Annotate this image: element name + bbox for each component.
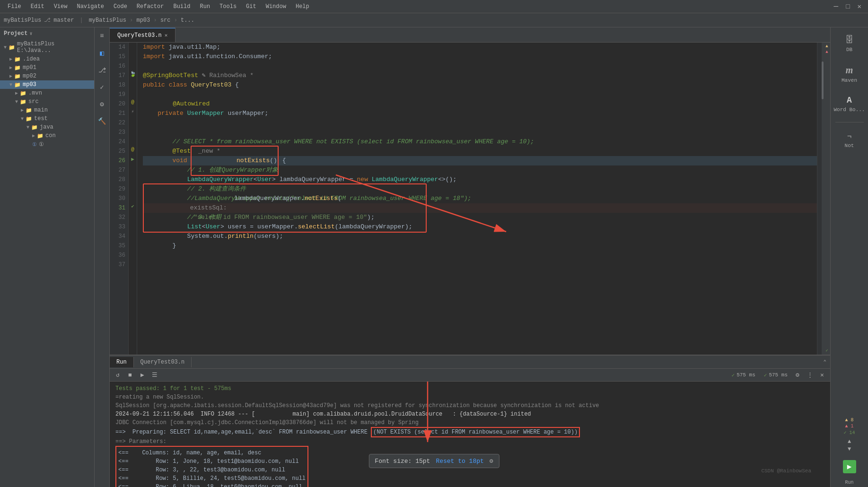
menu-build[interactable]: Build	[169, 2, 194, 11]
menu-code[interactable]: Code	[110, 2, 131, 11]
error-count: ▲ 1	[845, 424, 853, 429]
close-button[interactable]: ✕	[855, 2, 864, 10]
services-button[interactable]: ⚙	[96, 97, 109, 111]
log-druid: 2024-09-21 12:11:56.046 INFO 12468 --- […	[115, 410, 824, 418]
rerun-button[interactable]: ▶	[137, 370, 148, 380]
menu-navigate[interactable]: Navigate	[73, 2, 108, 11]
menu-window[interactable]: Window	[262, 2, 290, 11]
menu-view[interactable]: View	[50, 2, 71, 11]
not-label: Not	[845, 143, 854, 148]
code-line-34: System.out.println(users);	[143, 232, 817, 241]
menu-refactor[interactable]: Refactor	[133, 2, 168, 11]
sidebar-item-java[interactable]: ▼ 📁 java	[0, 123, 94, 131]
breadcrumb-project[interactable]: myBatisPlus	[89, 17, 126, 24]
sidebar-item-mp03[interactable]: ▼ 📁 mp03	[0, 80, 94, 89]
structure-button[interactable]: ≡	[96, 29, 109, 43]
breadcrumb-src[interactable]: src	[160, 17, 171, 24]
tab-close-icon[interactable]: ✕	[165, 32, 168, 38]
db-icon: 🗄	[845, 35, 854, 45]
expand-arrow-mp02: ▶	[9, 73, 12, 79]
sidebar-item-mp02[interactable]: ▶ 📁 mp02	[0, 72, 94, 80]
sidebar-item-file[interactable]: ① ①	[0, 140, 94, 149]
run-time-label: 575 ms	[736, 372, 755, 378]
code-line-27: // 1. 创建QueryWrapper对象	[143, 165, 817, 175]
expand-arrow-con: ▶	[32, 133, 35, 139]
main-layout: Project ∨ ▼ 📁 myBatisPlus E:\Java... ▶ 📁…	[0, 27, 868, 487]
sidebar-item-test[interactable]: ▼ 📁 test	[0, 114, 94, 123]
test-results-area: ✓ 575 ms ✓ 575 ms	[729, 371, 790, 379]
project-label[interactable]: myBatisPlus	[4, 17, 41, 24]
sidebar-item-idea[interactable]: ▶ 📁 .idea	[0, 55, 94, 63]
sidebar-item-mybatisplus[interactable]: ▼ 📁 myBatisPlus E:\Java...	[0, 40, 94, 55]
reload-button[interactable]: ↺	[113, 370, 123, 380]
menu-edit[interactable]: Edit	[27, 2, 48, 11]
code-line-35: }	[143, 241, 817, 251]
settings-button[interactable]: ⚙	[792, 370, 803, 380]
right-btn-wordbo[interactable]: A Word Bo...	[833, 90, 867, 118]
expand-arrow-main: ▶	[21, 107, 24, 113]
folder-icon: 📁	[9, 44, 15, 51]
warning-indicator[interactable]: ▲	[825, 44, 828, 49]
breadcrumb: myBatisPlus › mp03 › src › t...	[89, 17, 194, 24]
log-row4: <== Row: 6, Lihua, 18, test6@baomidou.co…	[118, 483, 306, 487]
git-button[interactable]: ⎇	[96, 63, 109, 77]
scroll-bar[interactable]	[817, 43, 824, 355]
left-toolbar: ≡ ◧ ⎇ ✓ ⚙ 🔨	[95, 27, 110, 487]
sidebar-item-main[interactable]: ▶ 📁 main	[0, 106, 94, 114]
menu-run[interactable]: Run	[196, 2, 214, 11]
maven-label: Maven	[842, 78, 857, 83]
expand-arrow-test: ▼	[21, 116, 24, 122]
log-sql-preparing: ==> Preparing: SELECT id,name,age,email,…	[115, 427, 824, 437]
project-button[interactable]: ◧	[96, 46, 109, 60]
right-btn-maven[interactable]: m Maven	[833, 60, 867, 88]
tree-label-main: main	[34, 107, 48, 113]
sidebar-item-mvn[interactable]: ▶ 📁 .mvn	[0, 89, 94, 97]
bottom-tab-querytest[interactable]: QueryTest03.n	[134, 357, 192, 367]
scroll-up-button[interactable]: ▲	[848, 438, 851, 445]
filter-button[interactable]: ☰	[149, 370, 160, 380]
breadcrumb-t[interactable]: t...	[181, 17, 194, 24]
more-options-button[interactable]: ⋮	[805, 370, 815, 380]
close-panel-button[interactable]: ✕	[817, 370, 827, 380]
minimize-button[interactable]: —	[831, 2, 842, 11]
log-columns: <== Columns: id, name, age, email, desc	[118, 449, 306, 457]
tab-querytest03[interactable]: QueryTest03.n ✕	[110, 28, 175, 42]
commit-button[interactable]: ✓	[96, 80, 109, 94]
right-btn-db[interactable]: 🗄 DB	[833, 29, 867, 58]
menu-file[interactable]: File	[4, 2, 25, 11]
sidebar-item-con[interactable]: ▶ 📁 con	[0, 131, 94, 140]
breadcrumb-mp03[interactable]: mp03	[136, 17, 150, 24]
run-check-icon: ✓	[732, 372, 735, 378]
tree-label-java: java	[40, 124, 53, 130]
bottom-tab-run[interactable]: Run	[110, 357, 134, 367]
menu-help[interactable]: Help	[292, 2, 313, 11]
right-btn-not[interactable]: ¬ Not	[833, 126, 867, 155]
font-settings-gear-icon[interactable]: ⚙	[490, 457, 493, 465]
run-button[interactable]: ▶	[843, 460, 856, 473]
project-header[interactable]: Project ∨	[0, 27, 94, 40]
code-line-31: lambdaQueryWrapper.notExists( existsSql:…	[143, 203, 817, 213]
branch-label[interactable]: master	[53, 17, 74, 24]
log-sql-session: =reating a new SqlSession.	[115, 393, 824, 401]
maximize-button[interactable]: □	[843, 3, 852, 10]
folder-icon-main: 📁	[26, 107, 32, 113]
log-test-result: Tests passed: 1 for 1 test - 575ms	[115, 384, 824, 393]
folder-icon-java: 📁	[31, 124, 38, 130]
code-line-19	[143, 90, 817, 99]
stop-button[interactable]: ■	[125, 370, 135, 380]
build-button[interactable]: 🔨	[96, 114, 109, 128]
sidebar-item-src[interactable]: ▼ 📁 src	[0, 97, 94, 106]
sidebar-item-mp01[interactable]: ▶ 📁 mp01	[0, 63, 94, 72]
right-sidebar: 🗄 DB m Maven A Word Bo... ¬ Not ▲ 8 ▲ 1 …	[830, 27, 868, 487]
menu-tools[interactable]: Tools	[216, 2, 240, 11]
scroll-down-button[interactable]: ▼	[848, 446, 851, 452]
error-indicator[interactable]: ▲	[825, 50, 828, 54]
wordbo-label: Word Bo...	[833, 107, 865, 113]
reset-font-link[interactable]: Reset to 18pt	[436, 458, 483, 465]
code-lines[interactable]: import java.util.Map; import java.util.f…	[137, 43, 817, 355]
menu-git[interactable]: Git	[242, 2, 260, 11]
folder-icon-mp01: 📁	[14, 65, 21, 71]
result-highlight-box: <== Columns: id, name, age, email, desc …	[115, 446, 308, 487]
log-params: ==> Parameters:	[115, 437, 824, 446]
bottom-expand-button[interactable]: ⌃	[819, 357, 830, 367]
